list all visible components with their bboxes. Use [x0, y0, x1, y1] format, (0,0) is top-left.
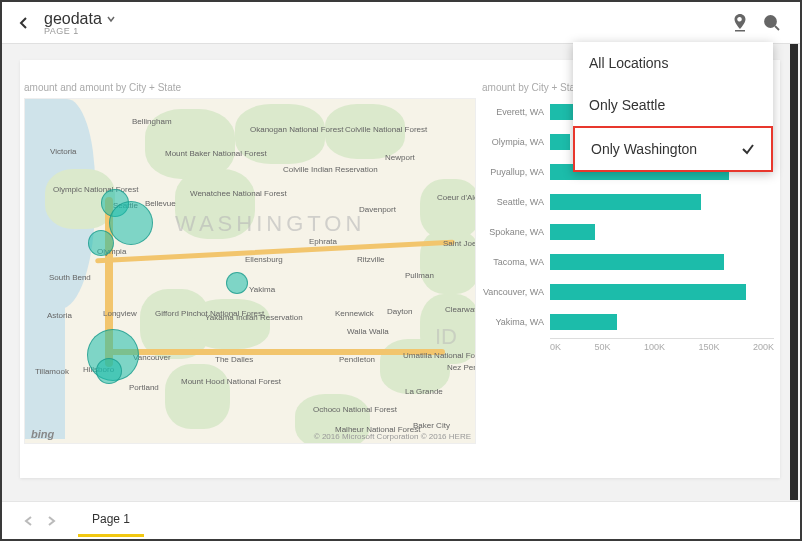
- search-button[interactable]: [756, 7, 788, 39]
- place-label: Bellingham: [132, 117, 172, 126]
- location-filter-button[interactable]: [724, 7, 756, 39]
- place-label: La Grande: [405, 387, 443, 396]
- x-tick: 200K: [753, 342, 774, 352]
- place-label: Pullman: [405, 271, 434, 280]
- top-bar: geodata PAGE 1: [2, 2, 800, 44]
- place-label: Colville National Forest: [345, 125, 427, 134]
- x-tick: 100K: [644, 342, 665, 352]
- chart-bar[interactable]: [550, 194, 701, 210]
- chart-row: Tacoma, WA: [482, 248, 774, 276]
- place-label: Yakama Indian Reservation: [205, 313, 303, 322]
- filter-menu-label: Only Washington: [591, 141, 697, 157]
- filter-menu-label: Only Seattle: [589, 97, 665, 113]
- page-navigator: Page 1: [2, 501, 800, 539]
- place-label: Nez Perce National Forest: [447, 363, 476, 372]
- x-tick: 50K: [594, 342, 610, 352]
- place-label: Ephrata: [309, 237, 337, 246]
- place-label: Yakima: [249, 285, 275, 294]
- place-label: Mount Baker National Forest: [165, 149, 267, 158]
- place-label: Walla Walla: [347, 327, 389, 336]
- place-label: Baker City: [413, 421, 450, 430]
- location-filter-menu: All LocationsOnly SeattleOnly Washington: [573, 42, 773, 172]
- place-label: Bellevue: [145, 199, 176, 208]
- place-label: Kennewick: [335, 309, 374, 318]
- chart-category-label: Puyallup, WA: [482, 167, 550, 177]
- place-label: Umatilla National Forest: [403, 351, 476, 360]
- filter-menu-item[interactable]: Only Seattle: [573, 84, 773, 126]
- filter-menu-item[interactable]: Only Washington: [573, 126, 773, 172]
- chart-bar[interactable]: [550, 284, 746, 300]
- x-tick: 0K: [550, 342, 561, 352]
- chart-category-label: Olympia, WA: [482, 137, 550, 147]
- next-page-button[interactable]: [40, 510, 62, 532]
- place-label: Okanogan National Forest: [250, 125, 343, 134]
- chart-bar[interactable]: [550, 224, 595, 240]
- region-label-2: ID: [435, 324, 457, 350]
- report-title: geodata: [44, 10, 102, 28]
- map-caption: amount and amount by City + State: [24, 82, 181, 93]
- map-data-bubble[interactable]: [109, 201, 153, 245]
- check-icon: [741, 142, 755, 156]
- place-label: Saint Joe National Forest: [443, 239, 476, 248]
- place-label: South Bend: [49, 273, 91, 282]
- place-label: The Dalles: [215, 355, 253, 364]
- place-label: Wenatchee National Forest: [190, 189, 287, 198]
- place-label: Mount Hood National Forest: [181, 377, 281, 386]
- chart-row: Seattle, WA: [482, 188, 774, 216]
- place-label: Victoria: [50, 147, 77, 156]
- right-rail: [790, 44, 798, 500]
- map-data-bubble[interactable]: [88, 230, 114, 256]
- place-label: Pendleton: [339, 355, 375, 364]
- chart-row: Yakima, WA: [482, 308, 774, 336]
- place-label: Colville Indian Reservation: [283, 165, 378, 174]
- place-label: Newport: [385, 153, 415, 162]
- chart-bar[interactable]: [550, 314, 617, 330]
- page-tab[interactable]: Page 1: [78, 504, 144, 537]
- chart-category-label: Vancouver, WA: [482, 287, 550, 297]
- chevron-down-icon: [106, 14, 116, 24]
- back-button[interactable]: [14, 13, 34, 33]
- chart-category-label: Seattle, WA: [482, 197, 550, 207]
- chart-row: Vancouver, WA: [482, 278, 774, 306]
- title-block: geodata PAGE 1: [44, 10, 116, 36]
- filter-menu-label: All Locations: [589, 55, 668, 71]
- chart-bar[interactable]: [550, 134, 570, 150]
- svg-point-0: [765, 16, 776, 27]
- place-label: Astoria: [47, 311, 72, 320]
- svg-line-1: [775, 26, 779, 30]
- place-label: Ochoco National Forest: [313, 405, 397, 414]
- place-label: Portland: [129, 383, 159, 392]
- place-label: Tillamook: [35, 367, 69, 376]
- prev-page-button[interactable]: [18, 510, 40, 532]
- place-label: Dayton: [387, 307, 412, 316]
- filter-menu-item[interactable]: All Locations: [573, 42, 773, 84]
- chart-category-label: Tacoma, WA: [482, 257, 550, 267]
- place-label: Ritzville: [357, 255, 385, 264]
- map-attribution: © 2016 Microsoft Corporation © 2016 HERE: [314, 432, 471, 441]
- x-tick: 150K: [698, 342, 719, 352]
- place-label: Olympic National Forest: [53, 185, 138, 194]
- chart-category-label: Yakima, WA: [482, 317, 550, 327]
- place-label: Davenport: [359, 205, 396, 214]
- place-label: Longview: [103, 309, 137, 318]
- chart-category-label: Spokane, WA: [482, 227, 550, 237]
- map-data-bubble[interactable]: [226, 272, 248, 294]
- place-label: Ellensburg: [245, 255, 283, 264]
- chart-caption: amount by City + State: [482, 82, 583, 93]
- map-data-bubble[interactable]: [96, 358, 122, 384]
- place-label: Coeur d'Alene National Forest: [437, 193, 476, 202]
- place-label: Clearwater National Forest: [445, 305, 476, 314]
- map-visual[interactable]: WASHINGTON ID VictoriaBellinghamMount Ba…: [24, 98, 476, 444]
- chart-x-axis: 0K50K100K150K200K: [550, 338, 774, 352]
- chart-category-label: Everett, WA: [482, 107, 550, 117]
- chart-row: Spokane, WA: [482, 218, 774, 246]
- region-label: WASHINGTON: [175, 211, 365, 237]
- map-brand-logo: bing: [31, 428, 54, 440]
- chart-bar[interactable]: [550, 254, 724, 270]
